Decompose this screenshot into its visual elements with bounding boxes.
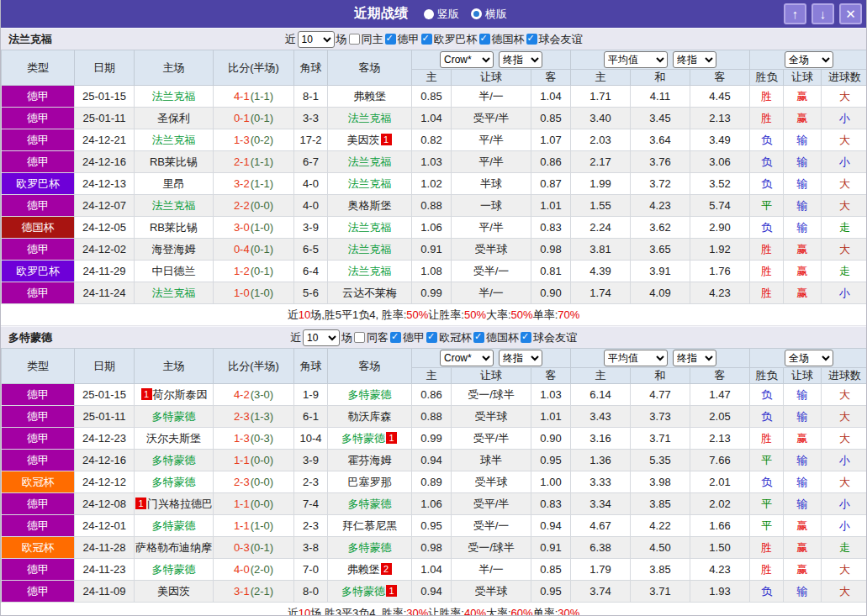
away-team-cell: 多特蒙德 — [328, 537, 412, 559]
team-name-text: 荷尔斯泰因 — [153, 388, 208, 401]
away-team-cell: 多特蒙德 — [328, 493, 412, 515]
home-team-cell: 多特蒙德 — [135, 515, 214, 537]
corner-cell: 3-9 — [294, 450, 328, 471]
handicap-odds-cell: 0.90 — [531, 428, 571, 450]
league-checkbox[interactable] — [479, 34, 490, 45]
goals-result-cell: 小 — [822, 151, 867, 173]
league-badge: 德甲 — [2, 86, 75, 108]
fulltime-score: 2-3 — [234, 410, 250, 423]
average-odds-select[interactable]: 平均值 — [604, 51, 668, 68]
score-cell: 3-2(1-1) — [214, 173, 294, 195]
layout-vertical-radio[interactable]: 竖版 — [424, 7, 459, 22]
odds-company-select[interactable]: Crow* — [440, 350, 494, 366]
odds-stage-select[interactable]: 终指 — [499, 350, 542, 366]
average-odds-cell: 5.35 — [631, 450, 690, 471]
handicap-odds-cell: 0.85 — [531, 559, 571, 581]
handicap-odds-group-header: Crow*终指 — [412, 50, 571, 70]
column-header: 日期 — [75, 50, 135, 86]
fulltime-score: 2-2 — [234, 199, 250, 212]
date-cell: 24-12-16 — [75, 151, 135, 173]
league-filter-label: 德甲 — [403, 330, 425, 345]
fulltime-score: 4-0 — [234, 563, 250, 576]
league-checkbox[interactable] — [426, 332, 437, 343]
average-odds-cell: 2.02 — [690, 493, 750, 515]
handicap-result-cell: 赢 — [784, 239, 822, 261]
away-team-cell: 云达不莱梅 — [328, 282, 412, 304]
same-venue-checkbox[interactable] — [354, 332, 365, 343]
team-name-text: 萨格勒布迪纳摩 — [135, 541, 212, 554]
fulltime-score: 1-1 — [234, 498, 250, 510]
league-checkbox[interactable] — [526, 34, 537, 45]
league-badge: 德甲 — [2, 108, 75, 129]
layout-horizontal-radio[interactable]: 横版 — [471, 7, 507, 22]
average-odds-select[interactable]: 平均值 — [604, 350, 668, 366]
red-card-badge: 1 — [381, 134, 392, 145]
average-odds-cell: 1.36 — [571, 450, 631, 471]
score-cell: 2-3(1-3) — [214, 406, 294, 428]
away-team-cell: 法兰克福 — [328, 261, 412, 282]
summary-text: 大率: — [486, 308, 511, 323]
score-cell: 3-0(1-0) — [214, 217, 294, 239]
league-badge: 德国杯 — [2, 217, 75, 239]
scope-select[interactable]: 全场 — [785, 51, 833, 68]
match-count-select[interactable]: 10 — [303, 329, 340, 346]
match-row: 德甲24-12-07法兰克福2-2(0-0)4-0奥格斯堡0.88一球1.011… — [2, 195, 867, 217]
average-odds-cell: 2.24 — [571, 217, 631, 239]
away-team-cell: 法兰克福 — [328, 108, 412, 129]
summary-text: 10 — [299, 607, 310, 616]
handicap-odds-cell: 0.98 — [531, 239, 571, 261]
close-button[interactable]: ✕ — [839, 3, 862, 24]
team-name-text: 法兰克福 — [152, 90, 196, 103]
handicap-odds-cell: 0.91 — [531, 537, 571, 559]
scope-select[interactable]: 全场 — [785, 350, 833, 366]
winlose-result-cell: 胜 — [750, 428, 784, 450]
average-odds-cell: 4.45 — [690, 86, 750, 108]
league-checkbox[interactable] — [421, 34, 432, 45]
handicap-result-cell: 赢 — [784, 515, 822, 537]
odds-stage-select[interactable]: 终指 — [499, 51, 542, 68]
handicap-odds-cell: 0.81 — [531, 261, 571, 282]
winlose-result-cell: 胜 — [750, 86, 784, 108]
column-header: 让球 — [452, 368, 531, 384]
average-odds-cell: 3.85 — [631, 559, 690, 581]
corner-cell: 6-7 — [294, 151, 328, 173]
handicap-odds-cell: 0.95 — [412, 515, 452, 537]
team-section: 法兰克福近10场同主德甲欧罗巴杯德国杯球会友谊类型日期主场比分(半场)角球客场C… — [1, 28, 866, 326]
winlose-result-cell: 平 — [750, 515, 784, 537]
date-cell: 25-01-15 — [75, 86, 135, 108]
match-row: 欧冠杯24-12-12多特蒙德2-3(0-0)2-3巴塞罗那0.89受半球1.0… — [2, 471, 867, 493]
column-header: 和 — [631, 368, 690, 384]
handicap-result-cell: 输 — [784, 471, 822, 493]
winlose-result-cell: 胜 — [750, 108, 784, 129]
odds-company-select[interactable]: Crow* — [440, 51, 494, 68]
fulltime-score: 1-1 — [234, 519, 250, 532]
match-row: 德甲24-11-24法兰克福1-0(1-0)5-6云达不莱梅0.99半/一0.9… — [2, 282, 867, 304]
team-name-text: 多特蒙德 — [348, 498, 392, 510]
average-stage-select[interactable]: 终指 — [673, 51, 716, 68]
match-row: 德甲25-01-11多特蒙德2-3(1-3)6-1勒沃库森0.88受半球1.01… — [2, 406, 867, 428]
move-up-button[interactable]: ↑ — [784, 3, 806, 24]
summary-text: 让胜率: — [428, 308, 464, 323]
league-checkbox[interactable] — [473, 332, 484, 343]
corner-cell: 3-9 — [294, 217, 328, 239]
match-row: 德甲24-12-081门兴格拉德巴赫1-1(0-0)7-4多特蒙德1.06受平/… — [2, 493, 867, 515]
average-stage-select[interactable]: 终指 — [673, 350, 716, 366]
league-checkbox[interactable] — [521, 332, 531, 343]
match-row: 德甲24-12-16多特蒙德1-1(0-0)3-9霍芬海姆0.94球半0.951… — [2, 450, 867, 471]
league-badge: 德甲 — [2, 559, 75, 581]
away-team-cell: 弗赖堡 — [328, 86, 412, 108]
league-checkbox[interactable] — [385, 34, 396, 45]
league-checkbox[interactable] — [390, 332, 401, 343]
same-venue-checkbox[interactable] — [349, 34, 360, 45]
winlose-result-cell: 负 — [750, 129, 784, 151]
team-name-text: 美因茨 — [347, 134, 380, 146]
league-badge: 欧冠杯 — [2, 537, 75, 559]
move-down-button[interactable]: ↓ — [811, 3, 834, 24]
home-team-cell: 法兰克福 — [135, 86, 214, 108]
handicap-odds-cell: 1.04 — [412, 559, 452, 581]
radio-unselected-icon — [471, 8, 482, 19]
team-name-text: 奥格斯堡 — [348, 199, 392, 212]
team-name-text: 法兰克福 — [152, 199, 196, 212]
corner-cell: 5-6 — [294, 282, 328, 304]
match-count-select[interactable]: 10 — [298, 31, 335, 48]
